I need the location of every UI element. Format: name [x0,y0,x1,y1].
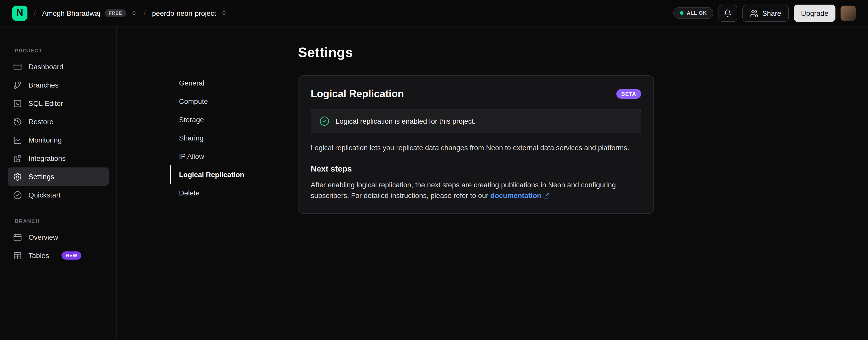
sidebar: PROJECT Dashboard Branches SQL Editor Re… [0,26,117,340]
breadcrumb-separator: / [144,8,146,18]
chevron-up-down-icon [131,10,137,16]
next-steps-title: Next steps [311,164,641,174]
user-avatar[interactable] [841,5,856,21]
settings-nav-delete[interactable]: Delete [170,184,298,202]
sidebar-item-label: Branches [29,81,59,89]
page-title: Settings [298,45,654,61]
sidebar-item-quickstart[interactable]: Quickstart [8,186,109,204]
project-name: peerdb-neon-project [152,9,216,17]
breadcrumb-separator: / [34,8,36,18]
sidebar-item-label: Quickstart [29,191,61,199]
topbar-actions: ALL OK Share Upgrade [673,4,856,22]
next-steps-text-body: After enabling logical replication, the … [311,181,616,200]
share-button[interactable]: Share [742,4,789,22]
sidebar-item-restore[interactable]: Restore [8,112,109,131]
logical-replication-card: Logical Replication BETA Logical replica… [298,75,654,214]
sidebar-item-label: Dashboard [29,63,63,71]
upgrade-button[interactable]: Upgrade [794,4,835,22]
check-circle-icon [13,191,22,199]
card-title: Logical Replication [311,88,404,100]
bell-icon [724,9,732,17]
settings-nav-storage[interactable]: Storage [170,110,298,129]
card-header: Logical Replication BETA [311,88,641,100]
users-icon [750,9,758,17]
free-plan-badge: FREE [105,9,126,17]
sidebar-item-monitoring[interactable]: Monitoring [8,131,109,149]
neon-console: N / Amogh Bharadwaj FREE / peerdb-neon-p… [0,0,868,340]
sidebar-item-overview[interactable]: Overview [8,228,109,246]
success-alert: Logical replication is enabled for this … [311,109,641,133]
external-link-icon [543,192,550,199]
settings-nav-general[interactable]: General [170,74,298,92]
settings-content: Settings Logical Replication BETA Logica… [298,45,654,340]
sidebar-item-label: Monitoring [29,136,62,144]
next-steps-text: After enabling logical replication, the … [311,180,641,201]
topbar: N / Amogh Bharadwaj FREE / peerdb-neon-p… [0,0,868,26]
integrations-icon [13,154,22,163]
status-text: ALL OK [687,10,707,16]
documentation-link[interactable]: documentation [491,190,550,201]
settings-nav-sharing[interactable]: Sharing [170,129,298,147]
sidebar-item-label: Settings [29,173,54,181]
restore-history-icon [13,117,22,126]
org-name: Amogh Bharadwaj [42,9,100,17]
project-section-label: PROJECT [15,48,109,53]
neon-logo[interactable]: N [12,5,27,21]
card-description: Logical replication lets you replicate d… [311,143,641,153]
sidebar-item-integrations[interactable]: Integrations [8,149,109,167]
git-branch-icon [13,81,22,89]
settings-nav: General Compute Storage Sharing IP Allow… [170,74,298,340]
chevron-up-down-icon [221,10,227,16]
main-content: General Compute Storage Sharing IP Allow… [117,26,868,340]
settings-nav-compute[interactable]: Compute [170,92,298,110]
sidebar-item-dashboard[interactable]: Dashboard [8,58,109,76]
sidebar-item-label: SQL Editor [29,99,63,107]
notifications-button[interactable] [718,4,737,22]
sidebar-item-sql-editor[interactable]: SQL Editor [8,94,109,112]
sidebar-item-branches[interactable]: Branches [8,76,109,94]
branch-section-label: BRANCH [15,218,109,224]
gear-icon [13,172,22,181]
documentation-link-label: documentation [491,190,541,201]
sidebar-item-label: Restore [29,118,53,126]
sidebar-item-tables[interactable]: Tables NEW [8,246,109,265]
sidebar-item-label: Tables [29,251,49,260]
sql-editor-icon [13,99,22,108]
table-icon [13,251,22,260]
settings-nav-logical-replication[interactable]: Logical Replication [170,165,298,184]
sidebar-item-label: Overview [29,233,58,241]
status-pill[interactable]: ALL OK [673,7,713,19]
overview-icon [13,233,22,242]
project-breadcrumb[interactable]: peerdb-neon-project [152,9,227,17]
org-breadcrumb[interactable]: Amogh Bharadwaj FREE [42,9,137,17]
beta-badge: BETA [616,89,641,99]
dashboard-icon [13,62,22,71]
status-ok-dot-icon [680,11,683,15]
breadcrumb: N / Amogh Bharadwaj FREE / peerdb-neon-p… [12,5,227,21]
new-badge: NEW [62,251,81,260]
sidebar-item-label: Integrations [29,154,66,162]
monitoring-chart-icon [13,136,22,144]
alert-text: Logical replication is enabled for this … [336,117,476,125]
settings-nav-ip-allow[interactable]: IP Allow [170,147,298,165]
share-label: Share [762,9,781,17]
sidebar-item-settings[interactable]: Settings [8,167,109,186]
check-circle-icon [319,116,330,126]
